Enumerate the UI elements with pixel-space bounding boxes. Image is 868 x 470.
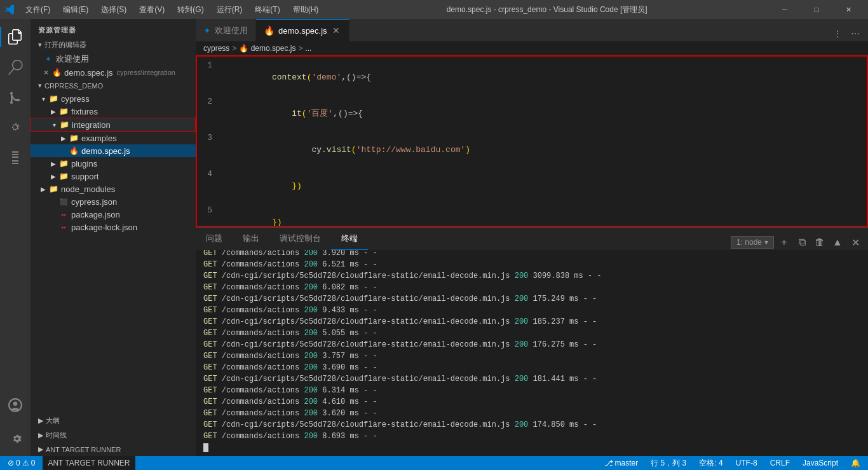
bell-icon: 🔔 xyxy=(851,459,860,467)
line-content-1: context('demo',()=>{ xyxy=(222,59,867,95)
menu-edit[interactable]: 编辑(E) xyxy=(58,3,93,17)
panel-tab-terminal[interactable]: 终端 xyxy=(331,228,368,250)
maximize-button[interactable]: □ xyxy=(802,0,831,19)
tree-node-modules[interactable]: ▶ 📁 node_modules xyxy=(31,183,196,195)
status-spaces[interactable]: 空格: 4 xyxy=(696,456,725,470)
breadcrumb-symbol[interactable]: ... xyxy=(305,44,311,53)
activity-extensions[interactable] xyxy=(0,144,31,174)
code-line-2: 2 it('百度',()=>{ xyxy=(197,95,867,132)
tree-cypress-json[interactable]: ▶ ⬛ cypress.json xyxy=(31,195,196,208)
activity-settings[interactable] xyxy=(0,423,31,453)
code-paren3: ( xyxy=(302,109,307,118)
open-editors-section[interactable]: ▾ 打开的编辑器 xyxy=(31,38,196,52)
tree-support[interactable]: ▶ 📁 support xyxy=(31,170,196,183)
tree-examples[interactable]: ▶ 📁 examples xyxy=(31,132,196,144)
more-actions-button[interactable]: ⋯ xyxy=(848,26,863,41)
line-num-4: 4 xyxy=(197,168,222,180)
panel-tab-output[interactable]: 输出 xyxy=(233,228,269,250)
outline-arrow: ▶ xyxy=(38,417,43,425)
activity-debug[interactable] xyxy=(0,113,31,144)
panel-maximize-button[interactable]: ▲ xyxy=(830,235,845,250)
timeline-section[interactable]: ▶ 时间线 xyxy=(31,428,196,443)
panel-tab-problems[interactable]: 问题 xyxy=(196,228,233,250)
code-string-demo: 'demo' xyxy=(311,73,341,82)
terminal-line: GET /commands/actions 200 4.610 ms - - xyxy=(203,396,860,408)
breadcrumb-sep1: > xyxy=(232,44,236,53)
menu-run[interactable]: 运行(R) xyxy=(212,3,248,17)
cypress-label: cypress xyxy=(61,94,90,104)
code-parens3: () xyxy=(338,109,348,118)
breadcrumb-file[interactable]: 🔥 demo.spec.js xyxy=(239,44,295,53)
integration-folder-icon: 📁 xyxy=(59,120,69,130)
code-comma1: , xyxy=(341,73,346,82)
status-line-col[interactable]: 行 5，列 3 xyxy=(648,456,689,470)
ant-runner-section[interactable]: ▶ ANT TARGET RUNNER xyxy=(31,443,196,456)
tab-demo-spec[interactable]: 🔥 demo.spec.js ✕ xyxy=(256,19,349,41)
open-editor-path: cypress\integration xyxy=(117,69,175,76)
open-editor-welcome[interactable]: ✦ 欢迎使用 xyxy=(31,52,196,66)
tree-cypress[interactable]: ▾ 📁 cypress xyxy=(31,92,196,105)
tab-demo-label: demo.spec.js xyxy=(278,26,327,36)
minimize-button[interactable]: ─ xyxy=(770,0,799,19)
timeline-label: 时间线 xyxy=(46,431,67,440)
language-text: JavaScript xyxy=(803,459,838,467)
add-terminal-button[interactable]: + xyxy=(776,235,792,250)
breadcrumb-cypress[interactable]: cypress xyxy=(203,44,229,53)
status-errors[interactable]: ⊘ 0 ⚠ 0 xyxy=(5,456,37,470)
line-content-2: it('百度',()=>{ xyxy=(222,95,867,132)
activity-explorer[interactable] xyxy=(0,22,31,52)
package-json-icon: ▪▪ xyxy=(58,209,69,219)
outline-section[interactable]: ▶ 大纲 xyxy=(31,413,196,428)
fixtures-label: fixtures xyxy=(71,107,98,116)
menu-terminal[interactable]: 终端(T) xyxy=(250,3,285,17)
tree-integration[interactable]: ▾ 📁 integration xyxy=(31,118,196,132)
tab-welcome[interactable]: ✦ 欢迎使用 xyxy=(196,19,256,41)
package-lock-json-label: package-lock.json xyxy=(71,223,137,232)
sidebar-title: 资源管理器 xyxy=(31,19,196,38)
open-editor-demo-spec[interactable]: ✕ 🔥 demo.spec.js cypress\integration xyxy=(31,66,196,79)
menu-goto[interactable]: 转到(G) xyxy=(172,3,208,17)
close-icon[interactable]: ✕ xyxy=(43,69,49,77)
menu-file[interactable]: 文件(F) xyxy=(20,3,55,17)
terminal-line: GET /cdn-cgi/scripts/5c5dd728/cloudflare… xyxy=(203,373,860,385)
activity-source-control[interactable] xyxy=(0,83,31,113)
terminal-output[interactable]: GET /commands/actions 200 3.920 ms - -GE… xyxy=(196,250,868,456)
terminal-selector[interactable]: 1: node ▾ xyxy=(731,236,774,249)
plugins-folder-icon: 📁 xyxy=(58,158,69,169)
tree-package-json[interactable]: ▶ ▪▪ package.json xyxy=(31,208,196,221)
welcome-tab-icon: ✦ xyxy=(43,54,53,64)
tree-demo-spec[interactable]: ▶ 🔥 demo.spec.js xyxy=(31,144,196,157)
close-button[interactable]: ✕ xyxy=(834,0,863,19)
menu-select[interactable]: 选择(S) xyxy=(96,3,132,17)
status-ant-runner[interactable]: ANT TARGET RUNNER xyxy=(43,456,135,470)
status-encoding[interactable]: UTF-8 xyxy=(733,456,760,470)
status-bell[interactable]: 🔔 xyxy=(848,456,863,470)
panel-tabs-bar: 问题 输出 调试控制台 终端 1: node ▾ + ⧉ 🗑 ▲ ✕ xyxy=(196,228,868,250)
activity-search[interactable] xyxy=(0,52,31,83)
menu-bar[interactable]: 文件(F) 编辑(E) 选择(S) 查看(V) 转到(G) 运行(R) 终端(T… xyxy=(20,3,323,17)
code-string-baidu-label: '百度' xyxy=(307,109,334,118)
status-line-ending[interactable]: CRLF xyxy=(768,456,792,470)
code-arrow1: =>{ xyxy=(356,73,371,82)
status-language[interactable]: JavaScript xyxy=(800,456,841,470)
split-editor-button[interactable]: ⋮ xyxy=(830,26,845,41)
project-arrow: ▾ xyxy=(38,81,42,90)
menu-help[interactable]: 帮助(H) xyxy=(288,3,324,17)
kill-terminal-button[interactable]: 🗑 xyxy=(812,235,827,250)
split-terminal-button[interactable]: ⧉ xyxy=(794,235,810,250)
support-folder-icon: 📁 xyxy=(58,171,69,181)
tree-package-lock-json[interactable]: ▶ ▪▪ package-lock.json xyxy=(31,221,196,233)
panel-close-button[interactable]: ✕ xyxy=(848,235,863,250)
code-editor[interactable]: 1 context('demo',()=>{ 2 it('百度',()=>{ 3… xyxy=(196,55,868,227)
cypress-json-label: cypress.json xyxy=(71,197,117,207)
activity-account[interactable] xyxy=(0,390,31,420)
cypress-arrow: ▾ xyxy=(38,93,48,104)
status-branch[interactable]: ⎇ master xyxy=(602,456,641,470)
tab-close-icon[interactable]: ✕ xyxy=(331,25,341,36)
tree-plugins[interactable]: ▶ 📁 plugins xyxy=(31,157,196,170)
tree-fixtures[interactable]: ▶ 📁 fixtures xyxy=(31,105,196,118)
menu-view[interactable]: 查看(V) xyxy=(134,3,170,17)
panel-tab-debug-console[interactable]: 调试控制台 xyxy=(269,228,331,250)
project-section[interactable]: ▾ CRPRESS_DEMO xyxy=(31,79,196,92)
line-num-2: 2 xyxy=(197,95,222,107)
